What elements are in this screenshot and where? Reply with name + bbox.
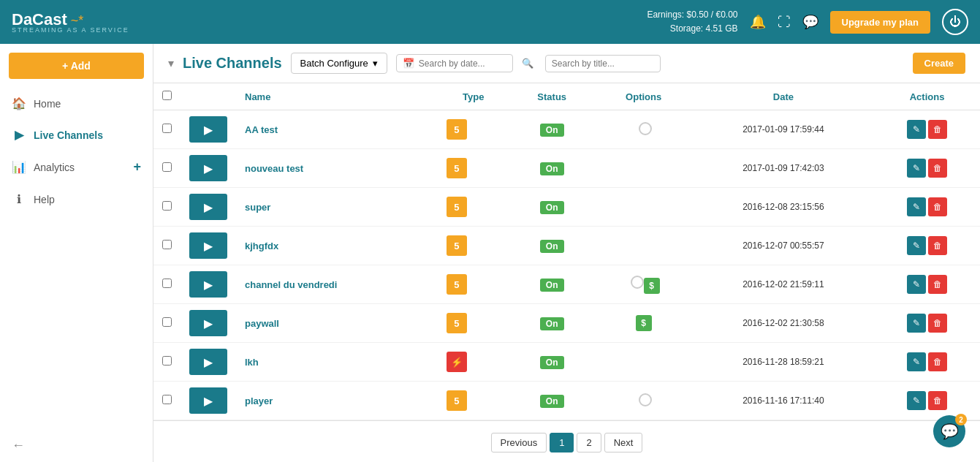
type-badge-html5: 5 bbox=[447, 313, 467, 333]
row-checkbox[interactable] bbox=[162, 201, 172, 211]
delete-button[interactable]: 🗑 bbox=[928, 120, 947, 139]
topbar: DaCast ~* STREAMING AS A SERVICE Earning… bbox=[0, 0, 980, 44]
col-options: Options bbox=[595, 83, 693, 110]
edit-button[interactable]: ✎ bbox=[907, 159, 926, 178]
sidebar-item-home[interactable]: 🏠 Home bbox=[0, 88, 153, 119]
prev-button[interactable]: Previous bbox=[491, 433, 547, 452]
play-thumbnail[interactable]: ▶ bbox=[189, 271, 227, 298]
date-search-input[interactable] bbox=[419, 58, 506, 69]
row-checkbox[interactable] bbox=[162, 356, 172, 366]
batch-configure-label: Batch Configure bbox=[300, 58, 368, 69]
title-search-field[interactable] bbox=[545, 55, 661, 72]
date-search-field[interactable]: 📅 bbox=[396, 54, 513, 72]
play-icon: ▶ bbox=[204, 123, 213, 137]
page-2-button[interactable]: 2 bbox=[577, 433, 601, 452]
sidebar-label-home: Home bbox=[34, 98, 61, 110]
delete-button[interactable]: 🗑 bbox=[928, 352, 947, 371]
upgrade-button[interactable]: Upgrade my plan bbox=[830, 11, 930, 34]
edit-button[interactable]: ✎ bbox=[907, 391, 926, 410]
delete-button[interactable]: 🗑 bbox=[928, 275, 947, 294]
col-type: Type bbox=[438, 83, 509, 110]
sidebar-collapse-button[interactable]: ← bbox=[0, 429, 153, 462]
date-cell: 2017-01-09 17:59:44 bbox=[693, 110, 874, 149]
row-checkbox[interactable] bbox=[162, 240, 172, 249]
type-badge-html5: 5 bbox=[447, 390, 467, 411]
play-thumbnail[interactable]: ▶ bbox=[189, 349, 227, 375]
channel-name[interactable]: AA test bbox=[245, 124, 278, 135]
edit-button[interactable]: ✎ bbox=[907, 197, 926, 216]
sidebar: + Add 🏠 Home ▶ Live Channels 📊 Analytics… bbox=[0, 44, 153, 462]
create-button[interactable]: Create bbox=[913, 53, 965, 74]
channel-name[interactable]: player bbox=[245, 395, 273, 406]
chat-bubble-icon: 💬 bbox=[941, 423, 959, 440]
channel-name[interactable]: kjhgfdx bbox=[245, 241, 278, 251]
row-checkbox[interactable] bbox=[162, 124, 172, 133]
sidebar-label-analytics: Analytics bbox=[34, 162, 75, 173]
delete-button[interactable]: 🗑 bbox=[928, 391, 947, 410]
option-circle[interactable] bbox=[639, 122, 652, 135]
play-thumbnail[interactable]: ▶ bbox=[189, 387, 227, 414]
play-icon: ▶ bbox=[204, 394, 213, 408]
channel-name[interactable]: paywall bbox=[245, 318, 279, 329]
type-badge-html5: 5 bbox=[447, 274, 467, 295]
status-badge: On bbox=[540, 124, 564, 137]
edit-button[interactable]: ✎ bbox=[907, 275, 926, 294]
add-button[interactable]: + Add bbox=[9, 53, 144, 79]
logo: DaCast ~* STREAMING AS A SERVICE bbox=[12, 10, 129, 34]
chat-icon[interactable]: 💬 bbox=[802, 14, 818, 30]
col-status: Status bbox=[509, 83, 595, 110]
option-circle[interactable] bbox=[639, 393, 652, 406]
next-button[interactable]: Next bbox=[604, 433, 643, 452]
col-date: Date bbox=[693, 83, 874, 110]
calendar-icon: 📅 bbox=[403, 58, 414, 69]
status-badge: On bbox=[540, 395, 564, 408]
status-badge: On bbox=[540, 240, 564, 253]
channel-name[interactable]: nouveau test bbox=[245, 163, 303, 174]
channel-name[interactable]: super bbox=[245, 202, 270, 213]
channel-name[interactable]: channel du vendredi bbox=[245, 279, 337, 290]
row-checkbox[interactable] bbox=[162, 317, 172, 327]
status-badge: On bbox=[540, 279, 564, 292]
col-name: Name bbox=[236, 83, 438, 110]
select-all-checkbox[interactable] bbox=[162, 91, 172, 100]
channel-name[interactable]: lkh bbox=[245, 357, 259, 368]
sidebar-label-live-channels: Live Channels bbox=[34, 129, 103, 141]
edit-button[interactable]: ✎ bbox=[907, 236, 926, 255]
play-thumbnail[interactable]: ▶ bbox=[189, 232, 227, 259]
status-badge: On bbox=[540, 317, 564, 330]
delete-button[interactable]: 🗑 bbox=[928, 159, 947, 178]
row-checkbox[interactable] bbox=[162, 395, 172, 404]
sidebar-item-analytics[interactable]: 📊 Analytics + bbox=[0, 151, 153, 183]
option-dollar[interactable]: $ bbox=[644, 278, 660, 294]
option-dollar[interactable]: $ bbox=[636, 315, 652, 331]
play-thumbnail[interactable]: ▶ bbox=[189, 194, 227, 220]
edit-button[interactable]: ✎ bbox=[907, 314, 926, 333]
analytics-add-icon[interactable]: + bbox=[133, 159, 141, 175]
delete-button[interactable]: 🗑 bbox=[928, 236, 947, 255]
sidebar-item-live-channels[interactable]: ▶ Live Channels bbox=[0, 119, 153, 151]
logo-area: DaCast ~* STREAMING AS A SERVICE bbox=[12, 10, 129, 34]
edit-button[interactable]: ✎ bbox=[907, 352, 926, 371]
delete-button[interactable]: 🗑 bbox=[928, 314, 947, 333]
play-thumbnail[interactable]: ▶ bbox=[189, 155, 227, 181]
status-badge: On bbox=[540, 201, 564, 214]
title-search-input[interactable] bbox=[552, 58, 654, 69]
play-thumbnail[interactable]: ▶ bbox=[189, 310, 227, 336]
bell-icon[interactable]: 🔔 bbox=[750, 14, 766, 30]
option-circle[interactable] bbox=[631, 276, 644, 289]
page-1-button[interactable]: 1 bbox=[550, 433, 574, 452]
play-thumbnail[interactable]: ▶ bbox=[189, 116, 227, 143]
row-checkbox[interactable] bbox=[162, 279, 172, 288]
batch-configure-button[interactable]: Batch Configure ▾ bbox=[291, 53, 387, 74]
edit-button[interactable]: ✎ bbox=[907, 120, 926, 139]
chat-bubble[interactable]: 💬 2 bbox=[933, 415, 965, 447]
fullscreen-icon[interactable]: ⛶ bbox=[778, 15, 791, 30]
sidebar-item-help[interactable]: ℹ Help bbox=[0, 183, 153, 215]
play-icon: ▶ bbox=[204, 200, 213, 214]
delete-button[interactable]: 🗑 bbox=[928, 197, 947, 216]
table-row: ▶super5On2016-12-08 23:15:56✎🗑 bbox=[153, 188, 980, 227]
collapse-arrow-icon[interactable]: ▾ bbox=[168, 56, 174, 70]
type-badge-html5: 5 bbox=[447, 197, 467, 217]
power-button[interactable]: ⏻ bbox=[942, 9, 968, 35]
row-checkbox[interactable] bbox=[162, 162, 172, 172]
